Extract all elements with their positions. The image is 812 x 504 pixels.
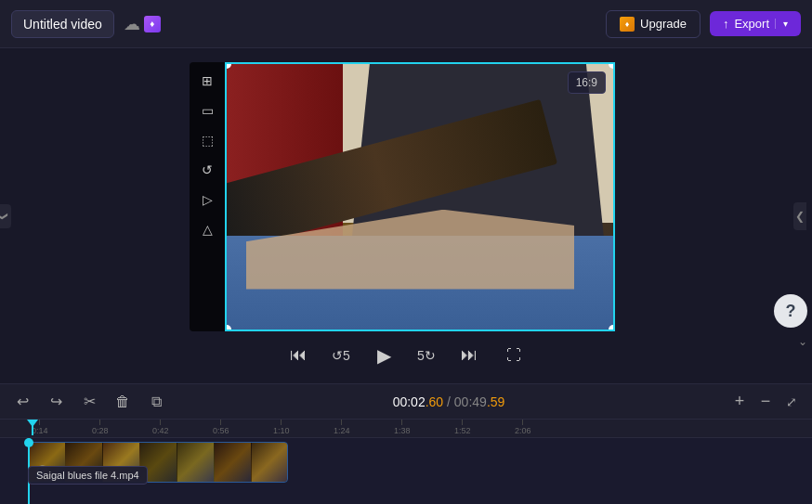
upgrade-gem-icon: ♦ — [620, 17, 635, 32]
total-time: 00:49 — [454, 394, 487, 409]
timeline-toolbar: ↩ ↪ ✂ 🗑 ⧉ 00:02.60 / 00:49.59 + − ⤢ — [0, 384, 812, 420]
ruler-mark-6: 1:38 — [394, 420, 411, 435]
ruler-mark-1: 0:28 — [92, 420, 109, 435]
video-frame-wrapper: 16:9 — [225, 62, 615, 331]
help-button[interactable]: ? — [774, 294, 807, 328]
clip-thumb-7 — [252, 443, 287, 482]
main-area: ❯ ⊞ ▭ ⬚ ↺ ▷ △ — [0, 48, 812, 383]
left-collapse-button[interactable]: ❯ — [0, 204, 11, 228]
zoom-in-button[interactable]: + — [728, 391, 751, 413]
current-time-decimal: .60 — [426, 394, 443, 409]
top-right-actions: ♦ Upgrade ↑ Export ▾ — [606, 10, 801, 38]
panel-chevron-down-icon[interactable]: ⌄ — [798, 335, 807, 348]
upgrade-label: Upgrade — [640, 17, 687, 31]
playhead-head — [27, 420, 38, 427]
export-button[interactable]: ↑ Export ▾ — [710, 11, 801, 36]
timeline-time: 00:02.60 / 00:49.59 — [393, 394, 505, 409]
right-panel: ❮ ? ⌄ — [793, 48, 812, 383]
delete-button[interactable]: 🗑 — [110, 389, 136, 415]
playhead[interactable] — [32, 420, 33, 435]
redo-button[interactable]: ↪ — [43, 389, 69, 415]
forward-5s-button[interactable]: 5↻ — [412, 341, 441, 370]
current-time: 00:02 — [393, 394, 426, 409]
resize-handle-br[interactable] — [609, 325, 615, 331]
top-bar: Untitled video ☁ ♦ ♦ Upgrade ↑ Export ▾ — [0, 0, 812, 48]
clip-tooltip: Saigal blues file 4.mp4 — [28, 466, 148, 485]
ruler-mark-3: 0:56 — [213, 420, 229, 435]
ruler-mark-4: 1:10 — [273, 420, 290, 435]
duplicate-button[interactable]: ⧉ — [143, 389, 169, 415]
undo-button[interactable]: ↩ — [9, 389, 35, 415]
fullscreen-button[interactable]: ⛶ — [506, 347, 521, 364]
track-area: 🔊 Saigal blues file 4.mp4 — [0, 438, 812, 504]
play-pause-button[interactable]: ▶ — [369, 341, 399, 370]
side-tools-panel: ⊞ ▭ ⬚ ↺ ▷ △ — [190, 62, 225, 331]
timeline-area: ↩ ↪ ✂ 🗑 ⧉ 00:02.60 / 00:49.59 + − ⤢ 0:14… — [0, 383, 812, 504]
crop-tool-button[interactable]: ▭ — [193, 97, 221, 123]
export-chevron-icon[interactable]: ▾ — [775, 19, 788, 29]
guitar-scene — [227, 64, 613, 330]
flip-h-tool-button[interactable]: ▷ — [193, 187, 221, 213]
video-frame — [225, 62, 615, 331]
ruler-mark-2: 0:42 — [152, 420, 169, 435]
cloud-icon[interactable]: ☁ — [124, 14, 140, 34]
skip-back-button[interactable]: ⏮ — [283, 341, 313, 370]
playback-controls: ⏮ ↺5 ▶ 5↻ ⏭ ⛶ — [283, 341, 521, 370]
premium-badge-icon: ♦ — [144, 16, 161, 32]
project-title[interactable]: Untitled video — [11, 10, 114, 38]
resize-handle-tr[interactable] — [609, 62, 615, 69]
flip-v-tool-button[interactable]: △ — [193, 216, 221, 242]
video-area: ⊞ ▭ ⬚ ↺ ▷ △ — [11, 48, 793, 383]
cut-button[interactable]: ✂ — [76, 389, 102, 415]
clip-thumb-6 — [215, 443, 252, 482]
export-label: Export — [734, 17, 769, 31]
aspect-ratio-badge[interactable]: 16:9 — [568, 71, 606, 94]
clip-thumb-5 — [177, 443, 215, 482]
rewind-5s-button[interactable]: ↺5 — [326, 341, 356, 370]
layout-tool-button[interactable]: ⊞ — [193, 68, 221, 94]
skip-forward-button[interactable]: ⏭ — [454, 341, 484, 370]
zoom-out-button[interactable]: − — [754, 391, 777, 413]
ruler-mark-5: 1:24 — [334, 420, 350, 435]
ruler-mark-8: 2:06 — [515, 420, 531, 435]
left-toolbar: ❯ — [0, 48, 11, 383]
select-tool-button[interactable]: ⬚ — [193, 127, 221, 153]
fit-timeline-button[interactable]: ⤢ — [780, 391, 803, 413]
timeline-ruler: 0:14 0:28 0:42 0:56 1:10 1:24 1:38 1:52 … — [0, 420, 812, 438]
time-separator: / — [443, 394, 454, 409]
total-time-decimal: .59 — [487, 394, 504, 409]
ruler-marks: 0:14 0:28 0:42 0:56 1:10 1:24 1:38 1:52 … — [4, 420, 808, 435]
video-content — [227, 64, 613, 330]
zoom-controls: + − ⤢ — [728, 391, 803, 413]
ruler-mark-7: 1:52 — [454, 420, 471, 435]
video-track: 🔊 Saigal blues file 4.mp4 — [0, 438, 812, 486]
export-upload-icon: ↑ — [723, 17, 729, 31]
tracks-content: 🔊 Saigal blues file 4.mp4 — [0, 438, 812, 504]
rotate-tool-button[interactable]: ↺ — [193, 157, 221, 183]
upgrade-button[interactable]: ♦ Upgrade — [606, 10, 701, 38]
right-collapse-button[interactable]: ❮ — [793, 202, 806, 230]
video-container: ⊞ ▭ ⬚ ↺ ▷ △ — [190, 62, 615, 331]
